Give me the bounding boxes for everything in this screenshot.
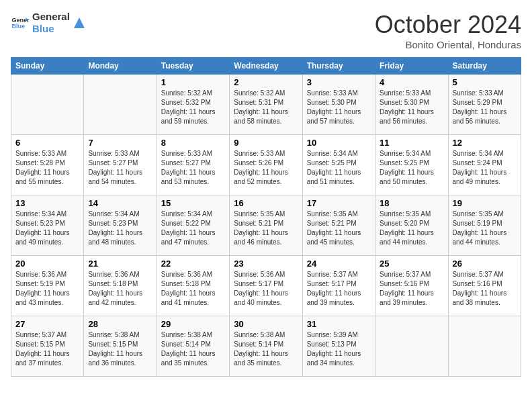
day-number: 12: [453, 138, 517, 148]
day-number: 16: [234, 198, 298, 208]
calendar-cell: 29Sunrise: 5:38 AMSunset: 5:14 PMDayligh…: [157, 316, 229, 377]
day-info: Sunrise: 5:35 AMSunset: 5:21 PMDaylight:…: [307, 210, 371, 247]
day-number: 20: [15, 259, 79, 269]
calendar-cell: 23Sunrise: 5:36 AMSunset: 5:17 PMDayligh…: [230, 256, 302, 316]
calendar-cell: 4Sunrise: 5:33 AMSunset: 5:30 PMDaylight…: [375, 75, 448, 135]
calendar-cell: 15Sunrise: 5:34 AMSunset: 5:22 PMDayligh…: [157, 195, 229, 256]
calendar-cell: 17Sunrise: 5:35 AMSunset: 5:21 PMDayligh…: [302, 195, 375, 256]
calendar-cell: 16Sunrise: 5:35 AMSunset: 5:21 PMDayligh…: [230, 195, 302, 256]
day-info: Sunrise: 5:33 AMSunset: 5:27 PMDaylight:…: [161, 149, 225, 187]
weekday-row: Sunday Monday Tuesday Wednesday Thursday…: [11, 58, 521, 75]
calendar-cell: 31Sunrise: 5:39 AMSunset: 5:13 PMDayligh…: [302, 316, 375, 377]
page-header: General Blue General Blue October 2024 B…: [11, 11, 521, 50]
day-number: 15: [161, 198, 225, 208]
day-info: Sunrise: 5:35 AMSunset: 5:21 PMDaylight:…: [234, 210, 298, 247]
day-info: Sunrise: 5:34 AMSunset: 5:25 PMDaylight:…: [307, 149, 371, 187]
calendar-cell: 20Sunrise: 5:36 AMSunset: 5:19 PMDayligh…: [11, 256, 84, 316]
day-number: 25: [380, 259, 443, 269]
day-number: 27: [15, 319, 79, 329]
day-info: Sunrise: 5:37 AMSunset: 5:17 PMDaylight:…: [307, 270, 371, 308]
calendar-cell: 7Sunrise: 5:33 AMSunset: 5:27 PMDaylight…: [84, 135, 157, 195]
day-number: 30: [234, 319, 298, 329]
day-number: 9: [234, 138, 298, 148]
calendar-header: Sunday Monday Tuesday Wednesday Thursday…: [11, 58, 521, 75]
day-number: 8: [161, 138, 225, 148]
calendar-cell: 25Sunrise: 5:37 AMSunset: 5:16 PMDayligh…: [375, 256, 448, 316]
day-number: 31: [307, 319, 371, 329]
calendar-table: Sunday Monday Tuesday Wednesday Thursday…: [11, 57, 521, 377]
calendar-cell: 27Sunrise: 5:37 AMSunset: 5:15 PMDayligh…: [11, 316, 84, 377]
day-number: 23: [234, 259, 298, 269]
calendar-cell: 1Sunrise: 5:32 AMSunset: 5:32 PMDaylight…: [157, 75, 229, 135]
day-number: 11: [380, 138, 443, 148]
day-number: 7: [88, 138, 152, 148]
month-title: October 2024: [375, 11, 521, 39]
col-tuesday: Tuesday: [157, 58, 229, 75]
day-info: Sunrise: 5:33 AMSunset: 5:26 PMDaylight:…: [234, 149, 298, 187]
calendar-cell: 8Sunrise: 5:33 AMSunset: 5:27 PMDaylight…: [157, 135, 229, 195]
day-number: 13: [15, 198, 79, 208]
calendar-cell: 3Sunrise: 5:33 AMSunset: 5:30 PMDaylight…: [302, 75, 375, 135]
day-info: Sunrise: 5:33 AMSunset: 5:29 PMDaylight:…: [453, 89, 517, 126]
svg-marker-3: [74, 17, 85, 28]
day-info: Sunrise: 5:34 AMSunset: 5:23 PMDaylight:…: [88, 210, 152, 247]
day-info: Sunrise: 5:34 AMSunset: 5:25 PMDaylight:…: [380, 149, 443, 187]
day-info: Sunrise: 5:33 AMSunset: 5:27 PMDaylight:…: [88, 149, 152, 187]
calendar-week-1: 1Sunrise: 5:32 AMSunset: 5:32 PMDaylight…: [11, 75, 521, 135]
calendar-cell: 21Sunrise: 5:36 AMSunset: 5:18 PMDayligh…: [84, 256, 157, 316]
col-thursday: Thursday: [302, 58, 375, 75]
calendar-cell: 12Sunrise: 5:34 AMSunset: 5:24 PMDayligh…: [448, 135, 521, 195]
day-info: Sunrise: 5:35 AMSunset: 5:19 PMDaylight:…: [453, 210, 517, 247]
day-info: Sunrise: 5:33 AMSunset: 5:30 PMDaylight:…: [380, 89, 443, 126]
day-info: Sunrise: 5:38 AMSunset: 5:14 PMDaylight:…: [234, 330, 298, 368]
calendar-cell: [448, 316, 521, 377]
calendar-cell: 9Sunrise: 5:33 AMSunset: 5:26 PMDaylight…: [230, 135, 302, 195]
day-info: Sunrise: 5:36 AMSunset: 5:17 PMDaylight:…: [234, 270, 298, 308]
day-info: Sunrise: 5:39 AMSunset: 5:13 PMDaylight:…: [307, 330, 371, 368]
col-friday: Friday: [375, 58, 448, 75]
day-number: 26: [453, 259, 517, 269]
svg-text:Blue: Blue: [11, 23, 25, 30]
day-number: 18: [380, 198, 443, 208]
col-monday: Monday: [84, 58, 157, 75]
day-info: Sunrise: 5:36 AMSunset: 5:18 PMDaylight:…: [88, 270, 152, 308]
day-info: Sunrise: 5:33 AMSunset: 5:30 PMDaylight:…: [307, 89, 371, 126]
day-number: 1: [161, 77, 225, 87]
day-number: 3: [307, 77, 371, 87]
calendar-week-3: 13Sunrise: 5:34 AMSunset: 5:23 PMDayligh…: [11, 195, 521, 256]
calendar-cell: 5Sunrise: 5:33 AMSunset: 5:29 PMDaylight…: [448, 75, 521, 135]
calendar-week-2: 6Sunrise: 5:33 AMSunset: 5:28 PMDaylight…: [11, 135, 521, 195]
calendar-cell: 11Sunrise: 5:34 AMSunset: 5:25 PMDayligh…: [375, 135, 448, 195]
day-info: Sunrise: 5:35 AMSunset: 5:20 PMDaylight:…: [380, 210, 443, 247]
logo-triangle-icon: [73, 16, 86, 30]
calendar-cell: 22Sunrise: 5:36 AMSunset: 5:18 PMDayligh…: [157, 256, 229, 316]
calendar-cell: [11, 75, 84, 135]
calendar-cell: 28Sunrise: 5:38 AMSunset: 5:15 PMDayligh…: [84, 316, 157, 377]
day-info: Sunrise: 5:32 AMSunset: 5:31 PMDaylight:…: [234, 89, 298, 126]
calendar-cell: 2Sunrise: 5:32 AMSunset: 5:31 PMDaylight…: [230, 75, 302, 135]
day-info: Sunrise: 5:34 AMSunset: 5:22 PMDaylight:…: [161, 210, 225, 247]
calendar-cell: [84, 75, 157, 135]
calendar-cell: 18Sunrise: 5:35 AMSunset: 5:20 PMDayligh…: [375, 195, 448, 256]
calendar-cell: 24Sunrise: 5:37 AMSunset: 5:17 PMDayligh…: [302, 256, 375, 316]
calendar-cell: 26Sunrise: 5:37 AMSunset: 5:16 PMDayligh…: [448, 256, 521, 316]
day-number: 6: [15, 138, 79, 148]
calendar-cell: 13Sunrise: 5:34 AMSunset: 5:23 PMDayligh…: [11, 195, 84, 256]
day-number: 19: [453, 198, 517, 208]
logo: General Blue General Blue: [11, 11, 86, 35]
calendar-cell: 19Sunrise: 5:35 AMSunset: 5:19 PMDayligh…: [448, 195, 521, 256]
calendar-cell: 14Sunrise: 5:34 AMSunset: 5:23 PMDayligh…: [84, 195, 157, 256]
col-wednesday: Wednesday: [230, 58, 302, 75]
day-info: Sunrise: 5:32 AMSunset: 5:32 PMDaylight:…: [161, 89, 225, 126]
col-saturday: Saturday: [448, 58, 521, 75]
day-info: Sunrise: 5:36 AMSunset: 5:19 PMDaylight:…: [15, 270, 79, 308]
day-info: Sunrise: 5:37 AMSunset: 5:16 PMDaylight:…: [380, 270, 443, 308]
day-number: 21: [88, 259, 152, 269]
calendar-week-4: 20Sunrise: 5:36 AMSunset: 5:19 PMDayligh…: [11, 256, 521, 316]
location: Bonito Oriental, Honduras: [375, 39, 521, 50]
day-number: 29: [161, 319, 225, 329]
day-number: 14: [88, 198, 152, 208]
col-sunday: Sunday: [11, 58, 84, 75]
day-number: 2: [234, 77, 298, 87]
day-info: Sunrise: 5:33 AMSunset: 5:28 PMDaylight:…: [15, 149, 79, 187]
